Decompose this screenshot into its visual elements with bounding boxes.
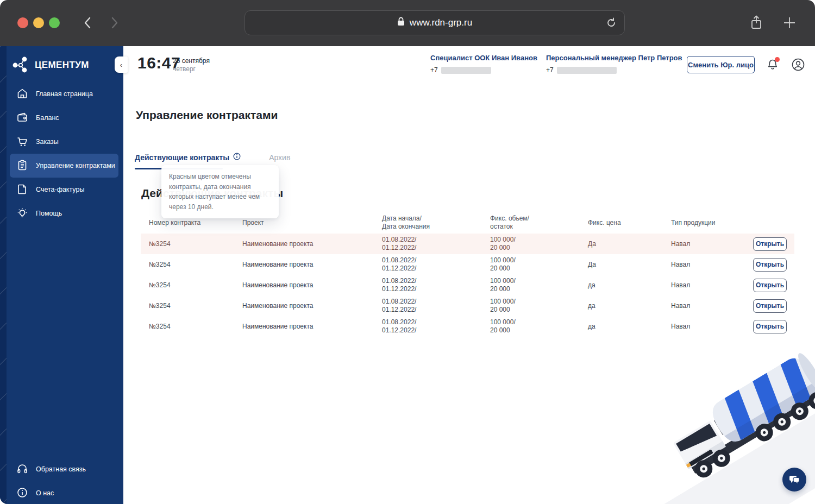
col-product-type: Тип продукции <box>663 219 753 226</box>
contract-volume: 100 000/ 20 000 <box>482 236 580 252</box>
headphones-icon <box>16 463 28 476</box>
lock-icon <box>397 17 405 29</box>
sidebar-item-label: Счета-фактуры <box>36 186 84 193</box>
contracts-table: Номер контракта Проект Дата начала/ Дата… <box>141 212 794 337</box>
col-volume: Фикс. обьем/ остаток <box>482 215 580 231</box>
contract-number: №3254 <box>141 240 234 248</box>
browser-chrome: www.rdn-grp.ru <box>0 0 815 46</box>
product-type: Навал <box>663 281 753 289</box>
address-bar[interactable]: www.rdn-grp.ru <box>244 10 625 35</box>
invoice-icon <box>16 183 28 197</box>
sidebar-item-label: Баланс <box>36 114 59 122</box>
logo-mark-icon <box>12 55 30 75</box>
redacted-phone <box>557 67 617 74</box>
fixed-price: да <box>580 281 663 289</box>
tab-label: Архив <box>269 153 290 162</box>
logo-text: ЦЕМЕНТУМ <box>35 60 89 71</box>
back-icon[interactable] <box>80 15 96 30</box>
close-window-button[interactable] <box>17 17 28 28</box>
table-row: №3254 Наименование проекта 01.08.2022/ 0… <box>141 316 794 337</box>
logo: ЦЕМЕНТУМ <box>12 55 89 75</box>
fixed-price: Да <box>580 261 663 268</box>
chat-bubbles-icon <box>788 474 800 485</box>
sidebar: ЦЕМЕНТУМ ‹ Главная страница Баланс За <box>0 46 123 504</box>
contract-volume: 100 000/ 20 000 <box>482 318 580 335</box>
sidebar-edge-pattern <box>0 46 7 504</box>
sidebar-item-label: Главная страница <box>36 90 93 98</box>
page-title: Управление контрактами <box>136 109 278 122</box>
sidebar-item-help[interactable]: Помощь <box>10 201 118 225</box>
contract-dates: 01.08.2022/ 01.12.2022/ <box>374 277 482 293</box>
sidebar-item-contracts[interactable]: Управление контрактами <box>10 154 118 178</box>
open-contract-button[interactable]: Открыть <box>753 299 787 313</box>
manager-contact: Персональный менеджер Петр Петров +7 <box>546 54 682 74</box>
fixed-price: Да <box>580 240 663 248</box>
forward-icon[interactable] <box>106 15 122 30</box>
tab-label: Действующие контракты <box>135 153 229 162</box>
specialist-contact: Специалист ООК Иван Иванов +7 <box>430 54 537 74</box>
sidebar-item-label: О нас <box>36 489 54 497</box>
sidebar-item-label: Заказы <box>36 138 59 146</box>
product-type: Навал <box>663 323 753 330</box>
product-type: Навал <box>663 240 753 248</box>
sidebar-item-label: Управление контрактами <box>36 162 115 169</box>
info-icon <box>16 487 28 500</box>
cart-icon <box>16 135 28 149</box>
reload-icon[interactable] <box>605 16 618 32</box>
tabs: Действующие контракты Архив <box>135 153 290 162</box>
app-area: ЦЕМЕНТУМ ‹ Главная страница Баланс За <box>0 46 815 504</box>
home-icon <box>16 87 28 101</box>
contract-dates: 01.08.2022/ 01.12.2022/ <box>374 236 482 252</box>
tab-archive[interactable]: Архив <box>269 153 290 162</box>
clipboard-icon <box>16 159 28 173</box>
browser-window: www.rdn-grp.ru <box>0 0 815 504</box>
new-tab-icon[interactable] <box>781 14 798 34</box>
phone-prefix: +7 <box>546 66 554 74</box>
project-name: Наименование проекта <box>234 240 374 248</box>
open-contract-button[interactable]: Открыть <box>753 279 787 292</box>
col-number: Номер контракта <box>141 219 234 226</box>
sidebar-item-balance[interactable]: Баланс <box>10 106 118 130</box>
open-contract-button[interactable]: Открыть <box>753 258 787 272</box>
open-contract-button[interactable]: Открыть <box>753 320 787 333</box>
contract-number: №3254 <box>141 302 234 310</box>
profile-button[interactable] <box>791 57 806 72</box>
sidebar-collapse-button[interactable]: ‹ <box>115 56 128 73</box>
contract-volume: 100 000/ 20 000 <box>482 256 580 273</box>
product-type: Навал <box>663 261 753 268</box>
table-row: №3254 Наименование проекта 01.08.2022/ 0… <box>141 254 794 275</box>
product-type: Навал <box>663 302 753 310</box>
url-text: www.rdn-grp.ru <box>410 17 472 28</box>
sidebar-item-about[interactable]: О нас <box>10 481 118 504</box>
redacted-phone <box>441 67 491 74</box>
change-legal-entity-button[interactable]: Сменить Юр. лицо <box>687 56 755 73</box>
share-icon[interactable] <box>748 14 764 34</box>
sidebar-item-invoices[interactable]: Счета-фактуры <box>10 178 118 201</box>
table-row: №3254 Наименование проекта 01.08.2022/ 0… <box>141 275 794 295</box>
contract-number: №3254 <box>141 281 234 289</box>
project-name: Наименование проекта <box>234 281 374 289</box>
project-name: Наименование проекта <box>234 261 374 268</box>
chat-button[interactable] <box>782 468 806 492</box>
contract-dates: 01.08.2022/ 01.12.2022/ <box>374 318 482 335</box>
specialist-name: Специалист ООК Иван Иванов <box>430 54 537 62</box>
notification-dot <box>775 57 780 62</box>
contract-dates: 01.08.2022/ 01.12.2022/ <box>374 256 482 273</box>
tab-info-icon[interactable] <box>233 153 241 162</box>
col-dates: Дата начала/ Дата окончания <box>374 215 482 231</box>
tab-active-contracts[interactable]: Действующие контракты <box>135 153 241 162</box>
sidebar-item-home[interactable]: Главная страница <box>10 82 118 106</box>
contract-number: №3254 <box>141 323 234 330</box>
contract-volume: 100 000/ 20 000 <box>482 277 580 293</box>
col-fixed-price: Фикс. цена <box>580 219 663 226</box>
sidebar-item-orders[interactable]: Заказы <box>10 130 118 154</box>
notifications-button[interactable] <box>764 57 781 73</box>
tooltip: Красным цветом отмечены контракты, дата … <box>161 165 279 218</box>
minimize-window-button[interactable] <box>33 17 44 28</box>
maximize-window-button[interactable] <box>49 17 60 28</box>
open-contract-button[interactable]: Открыть <box>753 237 787 251</box>
bulb-icon <box>16 207 28 220</box>
sidebar-item-label: Помощь <box>36 210 62 217</box>
sidebar-item-feedback[interactable]: Обратная связь <box>10 457 118 481</box>
contract-volume: 100 000/ 20 000 <box>482 298 580 314</box>
